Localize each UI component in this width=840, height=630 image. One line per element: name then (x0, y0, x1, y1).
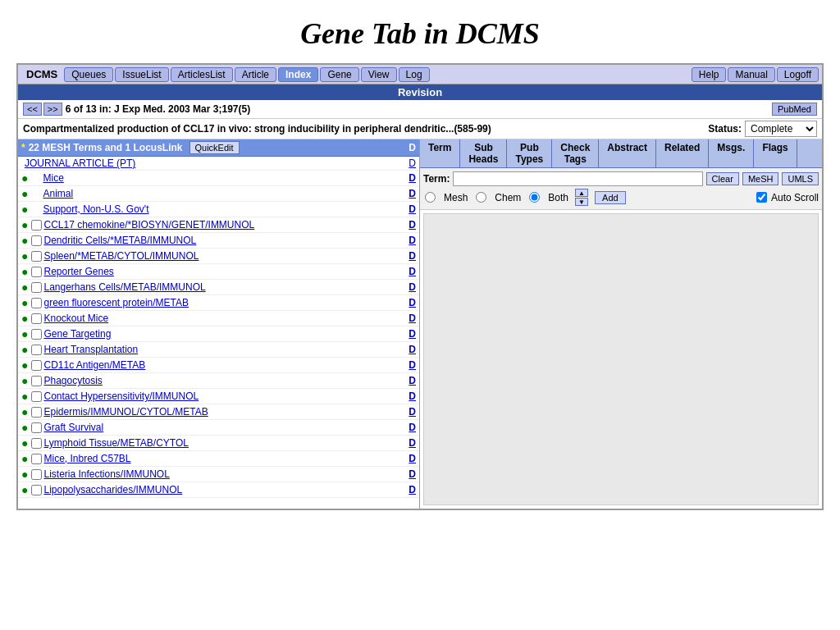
mesh-item-link[interactable]: Knockout Mice (43, 313, 409, 324)
mesh-item-link[interactable]: Reporter Genes (43, 266, 409, 277)
mesh-d-link[interactable]: D (409, 188, 416, 199)
mesh-d-link[interactable]: D (409, 359, 416, 371)
mesh-green-icon[interactable]: ● (21, 281, 28, 294)
scroll-down-btn[interactable]: ▼ (575, 198, 588, 206)
tab-pubtypes[interactable]: PubTypes (507, 139, 552, 167)
mesh-item-checkbox[interactable] (31, 345, 42, 355)
mesh-green-icon[interactable]: ● (21, 249, 28, 262)
tab-msgs[interactable]: Msgs. (709, 139, 754, 167)
radio-chem[interactable] (476, 192, 486, 203)
mesh-item-link[interactable]: Contact Hypersensitivity/IMMUNOL (43, 390, 409, 402)
mesh-item-checkbox[interactable] (31, 329, 42, 340)
mesh-item-link[interactable]: Mice, Inbred C57BL (43, 453, 409, 464)
mesh-item-checkbox[interactable] (31, 282, 42, 293)
clear-btn[interactable]: Clear (706, 172, 739, 185)
mesh-d-link[interactable]: D (409, 453, 416, 464)
mesh-green-icon[interactable]: ● (21, 265, 28, 278)
mesh-d-link[interactable]: D (409, 297, 416, 308)
umls-btn[interactable]: UMLS (782, 172, 819, 185)
term-input[interactable] (453, 171, 702, 186)
mesh-item-link[interactable]: Dendritic Cells/*METAB/IMMUNOL (43, 235, 409, 246)
nav-btn-view[interactable]: View (361, 67, 397, 82)
mesh-green-icon[interactable]: ● (21, 234, 28, 247)
mesh-d-link[interactable]: D (409, 468, 416, 480)
mesh-d-link[interactable]: D (409, 172, 416, 184)
status-select[interactable]: Complete In Progress Not Started (745, 121, 817, 137)
mesh-green-icon[interactable]: ● (21, 436, 28, 450)
mesh-item-link[interactable]: Animal (43, 188, 409, 199)
add-btn[interactable]: Add (595, 191, 626, 204)
mesh-green-icon[interactable]: ● (21, 296, 28, 309)
mesh-d-link[interactable]: D (409, 375, 416, 386)
mesh-lookup-btn[interactable]: MeSH (742, 172, 779, 185)
nav-btn-help[interactable]: Help (692, 67, 727, 82)
mesh-item-link[interactable]: Listeria Infections/IMMUNOL (43, 468, 409, 480)
mesh-green-icon[interactable]: ● (21, 483, 28, 496)
mesh-green-icon[interactable]: ● (21, 421, 28, 434)
mesh-item-link[interactable]: Lipopolysaccharides/IMMUNOL (43, 484, 409, 495)
mesh-d-link[interactable]: D (409, 390, 416, 402)
nav-btn-log[interactable]: Log (399, 67, 430, 82)
auto-scroll-checkbox[interactable] (756, 192, 767, 203)
mesh-d-link[interactable]: D (409, 422, 416, 433)
tab-term[interactable]: Term (420, 139, 460, 167)
mesh-item-checkbox[interactable] (31, 454, 42, 464)
mesh-d-link[interactable]: D (409, 235, 416, 246)
mesh-d-link[interactable]: D (409, 313, 416, 324)
nav-btn-article[interactable]: Article (235, 67, 276, 82)
mesh-green-icon[interactable]: ● (21, 405, 28, 418)
mesh-item-link[interactable]: Support, Non-U.S. Gov't (43, 203, 409, 215)
prev-arrow-btn[interactable]: << (23, 103, 42, 116)
nav-btn-issuelist[interactable]: IssueList (115, 67, 168, 82)
mesh-green-icon[interactable]: ● (21, 327, 28, 340)
mesh-item-checkbox[interactable] (31, 469, 42, 480)
mesh-item-link[interactable]: Gene Targeting (43, 328, 409, 340)
radio-both[interactable] (529, 192, 540, 203)
pubmed-btn[interactable]: PubMed (772, 103, 817, 116)
nav-btn-gene[interactable]: Gene (320, 67, 358, 82)
mesh-item-checkbox[interactable] (31, 422, 42, 433)
mesh-green-icon[interactable]: ● (21, 171, 28, 185)
scroll-up-btn[interactable]: ▲ (575, 189, 588, 197)
mesh-item-checkbox[interactable] (31, 267, 42, 277)
mesh-d-link[interactable]: D (409, 437, 416, 449)
tab-checktags[interactable]: CheckTags (552, 139, 599, 167)
mesh-item-link[interactable]: Graft Survival (43, 422, 409, 433)
mesh-item-checkbox[interactable] (31, 298, 42, 308)
mesh-item-link[interactable]: Phagocytosis (43, 375, 409, 386)
mesh-item-link[interactable]: Lymphoid Tissue/METAB/CYTOL (43, 437, 409, 449)
mesh-d-link[interactable]: D (409, 250, 416, 262)
next-arrow-btn[interactable]: >> (43, 103, 62, 116)
radio-mesh[interactable] (425, 192, 436, 203)
mesh-green-icon[interactable]: ● (21, 203, 28, 216)
mesh-d-link[interactable]: D (409, 203, 416, 215)
mesh-d-link[interactable]: D (409, 344, 416, 355)
mesh-item-link[interactable]: Heart Transplantation (43, 344, 409, 355)
nav-btn-index[interactable]: Index (278, 67, 318, 82)
mesh-d-link[interactable]: D (409, 484, 416, 495)
mesh-item-checkbox[interactable] (31, 376, 42, 386)
mesh-item-link[interactable]: Spleen/*METAB/CYTOL/IMMUNOL (43, 250, 409, 262)
mesh-green-icon[interactable]: ● (21, 374, 28, 387)
mesh-item-link[interactable]: Mice (43, 172, 409, 184)
tab-flags[interactable]: Flags (754, 139, 797, 167)
mesh-item-checkbox[interactable] (31, 220, 42, 231)
mesh-item-checkbox[interactable] (31, 360, 42, 371)
tab-related[interactable]: Related (656, 139, 709, 167)
mesh-item-link[interactable]: Langerhans Cells/METAB/IMMUNOL (43, 281, 409, 293)
mesh-item-link[interactable]: Epidermis/IMMUNOL/CYTOL/METAB (43, 406, 409, 418)
journal-link[interactable]: JOURNAL ARTICLE (PT) (25, 158, 409, 169)
mesh-item-checkbox[interactable] (31, 485, 42, 495)
mesh-d-link[interactable]: D (409, 266, 416, 277)
mesh-item-link[interactable]: CCL17 chemokine/*BIOSYN/GENET/IMMUNOL (43, 219, 409, 231)
nav-btn-manual[interactable]: Manual (728, 67, 774, 82)
mesh-d-link[interactable]: D (409, 281, 416, 293)
mesh-green-icon[interactable]: ● (21, 468, 28, 481)
mesh-item-checkbox[interactable] (31, 235, 42, 246)
mesh-green-icon[interactable]: ● (21, 358, 28, 372)
journal-d-link[interactable]: D (409, 158, 416, 169)
mesh-item-checkbox[interactable] (31, 251, 42, 262)
mesh-d-link[interactable]: D (409, 406, 416, 418)
nav-btn-articleslist[interactable]: ArticlesList (171, 67, 233, 82)
mesh-item-link[interactable]: CD11c Antigen/METAB (43, 359, 409, 371)
